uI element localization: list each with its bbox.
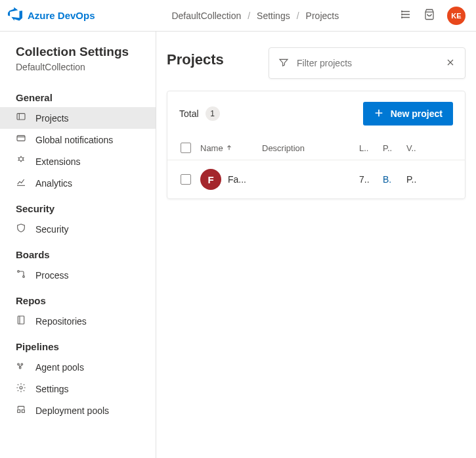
user-avatar[interactable]: KE	[447, 7, 465, 25]
row-name[interactable]: Fa...	[228, 174, 246, 185]
row-name-cell: F Fa...	[200, 169, 262, 190]
sidebar: Collection Settings DefaultCollection Ge…	[0, 32, 156, 458]
shopping-bag-icon[interactable]	[423, 9, 435, 22]
close-icon[interactable]	[445, 57, 456, 70]
sidebar-subtitle: DefaultCollection	[0, 62, 156, 83]
filter-input[interactable]	[297, 58, 437, 68]
col-process[interactable]: P..	[383, 143, 406, 153]
breadcrumb-collection[interactable]: DefaultCollection	[171, 11, 241, 21]
notifications-icon	[16, 133, 26, 146]
row-last-update: 7..	[359, 174, 383, 185]
sort-asc-icon	[226, 143, 232, 153]
header-actions: KE	[400, 7, 465, 25]
filter-box	[269, 47, 465, 79]
col-last-update[interactable]: L..	[359, 143, 383, 153]
sidebar-label-security: Security	[35, 224, 69, 235]
sidebar-item-global-notifications[interactable]: Global notifications	[0, 129, 156, 150]
section-security-title: Security	[0, 194, 156, 218]
col-description[interactable]: Description	[262, 143, 359, 153]
sidebar-label-agent-pools: Agent pools	[35, 362, 84, 373]
section-boards-title: Boards	[0, 240, 156, 264]
sidebar-label-global-notifications: Global notifications	[35, 135, 113, 145]
row-checkbox-cell	[171, 174, 200, 185]
new-project-label: New project	[391, 108, 443, 119]
sidebar-item-pipeline-settings[interactable]: Settings	[0, 378, 156, 400]
col-name[interactable]: Name	[200, 143, 262, 153]
projects-table: Name Description L.. P.. V.. F	[167, 136, 465, 198]
shield-icon	[16, 223, 26, 235]
page-title: Projects	[167, 47, 224, 68]
svg-point-12	[21, 363, 23, 365]
col-checkbox	[171, 143, 200, 153]
main-content: Projects Total 1	[156, 32, 476, 458]
sidebar-item-process[interactable]: Process	[0, 264, 156, 286]
total-label: Total	[179, 108, 199, 119]
sidebar-label-repositories: Repositories	[35, 316, 87, 327]
projects-icon	[16, 112, 26, 124]
breadcrumb-separator: /	[248, 11, 250, 21]
row-process[interactable]: B.	[383, 174, 406, 185]
brand-label: Azure DevOps	[28, 10, 95, 21]
gear-icon	[16, 382, 26, 395]
extensions-icon	[16, 155, 26, 168]
table-header: Name Description L.. P.. V..	[167, 136, 465, 160]
sidebar-label-process: Process	[35, 270, 69, 281]
azure-devops-logo-icon	[8, 7, 22, 24]
sidebar-item-security[interactable]: Security	[0, 218, 156, 240]
breadcrumb: DefaultCollection / Settings / Projects	[111, 11, 400, 21]
new-project-button[interactable]: New project	[363, 102, 453, 126]
list-icon[interactable]	[400, 9, 412, 22]
agent-pools-icon	[16, 361, 26, 373]
projects-card: Total 1 New project Name	[167, 91, 465, 199]
svg-rect-7	[17, 135, 25, 141]
deployment-pools-icon	[16, 404, 26, 417]
sidebar-label-deployment-pools: Deployment pools	[35, 405, 109, 416]
breadcrumb-settings[interactable]: Settings	[257, 11, 290, 21]
svg-point-14	[20, 386, 22, 389]
top-header: Azure DevOps DefaultCollection / Setting…	[0, 0, 476, 32]
sidebar-item-agent-pools[interactable]: Agent pools	[0, 356, 156, 378]
sidebar-item-analytics[interactable]: Analytics	[0, 172, 156, 194]
svg-point-9	[23, 276, 25, 278]
count-pill: 1	[206, 106, 220, 121]
sidebar-label-pipeline-settings: Settings	[35, 384, 69, 394]
sidebar-item-deployment-pools[interactable]: Deployment pools	[0, 400, 156, 421]
section-pipelines-title: Pipelines	[0, 332, 156, 356]
svg-point-11	[18, 363, 20, 365]
sidebar-label-analytics: Analytics	[35, 178, 72, 189]
process-icon	[16, 269, 26, 281]
total-count: Total 1	[179, 106, 220, 121]
section-general-title: General	[0, 83, 156, 107]
breadcrumb-separator: /	[297, 11, 299, 21]
sidebar-item-repositories[interactable]: Repositories	[0, 310, 156, 332]
svg-rect-10	[18, 316, 24, 324]
svg-point-8	[18, 271, 20, 273]
filter-icon	[278, 57, 289, 70]
plus-icon	[374, 108, 384, 120]
breadcrumb-page[interactable]: Projects	[306, 11, 339, 21]
section-repos-title: Repos	[0, 286, 156, 310]
col-visibility[interactable]: V..	[406, 143, 430, 153]
analytics-icon	[16, 177, 26, 189]
sidebar-title: Collection Settings	[0, 45, 156, 62]
svg-rect-15	[18, 410, 20, 413]
svg-rect-6	[17, 114, 25, 120]
main-header: Projects	[167, 47, 465, 79]
row-visibility: P..	[406, 174, 430, 185]
svg-rect-16	[22, 410, 24, 413]
row-checkbox[interactable]	[181, 174, 191, 185]
select-all-checkbox[interactable]	[181, 143, 191, 153]
repositories-icon	[16, 315, 26, 327]
card-toolbar: Total 1 New project	[167, 91, 465, 136]
table-row[interactable]: F Fa... 7.. B. P..	[167, 160, 465, 198]
project-avatar: F	[200, 169, 221, 190]
sidebar-item-projects[interactable]: Projects	[0, 107, 156, 129]
sidebar-label-projects: Projects	[35, 113, 69, 124]
sidebar-label-extensions: Extensions	[35, 156, 80, 167]
sidebar-item-extensions[interactable]: Extensions	[0, 150, 156, 172]
brand-link[interactable]: Azure DevOps	[8, 7, 95, 24]
